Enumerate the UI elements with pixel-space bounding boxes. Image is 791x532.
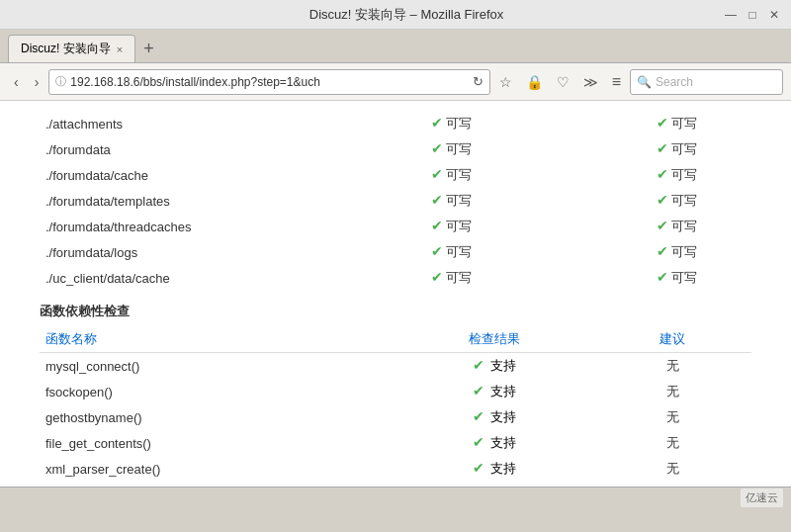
status-cell-1: ✔可写 [377,214,527,239]
url-text: 192.168.18.6/bbs/install/index.php?step=… [70,75,468,89]
search-bar[interactable]: 🔍 Search [630,69,783,95]
path-cell: ./forumdata/logs [40,239,377,265]
table-row: file_get_contents() ✔ 支持 无 [40,430,751,456]
titlebar: Discuz! 安装向导 – Mozilla Firefox — □ ✕ [0,0,791,30]
heart-button[interactable]: ♡ [552,71,574,93]
lock-icon: ⓘ [55,74,66,89]
new-tab-button[interactable]: + [137,35,160,62]
status-cell-1: ✔可写 [377,265,527,291]
watermark-text: 亿速云 [741,488,783,507]
func-result: ✔ 支持 [396,456,593,482]
search-placeholder: Search [656,75,693,89]
table-row: xml_parser_create() ✔ 支持 无 [40,456,751,482]
func-suggestion: 无 [593,353,751,380]
table-row: mysql_connect() ✔ 支持 无 [40,353,751,380]
func-result: ✔ 支持 [396,353,593,380]
table-row: ./forumdata/cache ✔可写 ✔可写 [40,162,751,188]
window-title: Discuz! 安装向导 – Mozilla Firefox [89,6,724,24]
menu-button[interactable]: ≡ [607,70,626,94]
func-result: ✔ 支持 [396,379,593,404]
status-cell-2: ✔可写 [601,162,751,188]
func-suggestion: 无 [593,456,751,482]
func-suggestion: 无 [593,430,751,456]
col-name: 函数名称 [40,326,396,353]
table-row: ./forumdata/templates ✔可写 ✔可写 [40,188,751,214]
navbar: ‹ › ⓘ 192.168.18.6/bbs/install/index.php… [0,63,791,101]
table-row: gethostbyname() ✔ 支持 无 [40,404,751,430]
empty-cell [527,162,602,188]
func-name: gethostbyname() [40,404,396,430]
table-row: ./forumdata/logs ✔可写 ✔可写 [40,239,751,265]
func-suggestion: 无 [593,379,751,404]
functions-table: 函数名称 检查结果 建议 mysql_connect() ✔ 支持 无 fsoc… [40,326,751,482]
status-cell-2: ✔可写 [601,136,751,162]
col-result: 检查结果 [396,326,593,353]
bookmark-star-button[interactable]: ☆ [494,71,517,93]
empty-cell [527,111,602,136]
table-row: ./uc_client/data/cache ✔可写 ✔可写 [40,265,751,291]
path-cell: ./forumdata/threadcaches [40,214,377,239]
status-cell-2: ✔可写 [601,239,751,265]
empty-cell [527,265,602,291]
active-tab[interactable]: Discuz! 安装向导 × [8,35,135,62]
shield-button[interactable]: 🔒 [521,71,548,93]
status-cell-1: ✔可写 [377,111,527,136]
tabbar: Discuz! 安装向导 × + [0,30,791,63]
back-button[interactable]: ‹ [8,70,25,94]
func-result: ✔ 支持 [396,430,593,456]
table-header-row: 函数名称 检查结果 建议 [40,326,751,353]
permissions-table: ./attachments ✔可写 ✔可写 ./forumdata ✔可写 ✔可… [40,111,751,291]
address-bar[interactable]: ⓘ 192.168.18.6/bbs/install/index.php?ste… [48,69,489,95]
minimize-button[interactable]: — [724,8,738,22]
tab-close-button[interactable]: × [117,44,123,55]
table-row: fsockopen() ✔ 支持 无 [40,379,751,404]
col-suggestion: 建议 [593,326,751,353]
func-suggestion: 无 [593,404,751,430]
maximize-button[interactable]: □ [746,8,759,22]
button-area: 上一步 下一步 [40,482,751,487]
status-cell-2: ✔可写 [601,265,751,291]
forward-button[interactable]: › [29,70,45,94]
table-row: ./forumdata ✔可写 ✔可写 [40,136,751,162]
table-row: ./forumdata/threadcaches ✔可写 ✔可写 [40,214,751,239]
status-cell-1: ✔可写 [377,136,527,162]
func-name: file_get_contents() [40,430,396,456]
empty-cell [527,239,602,265]
path-cell: ./uc_client/data/cache [40,265,377,291]
close-button[interactable]: ✕ [767,8,781,22]
search-icon: 🔍 [637,75,652,89]
path-cell: ./forumdata/templates [40,188,377,214]
path-cell: ./forumdata/cache [40,162,377,188]
func-name: mysql_connect() [40,353,396,380]
section-title: 函数依赖性检查 [40,291,751,326]
empty-cell [527,214,602,239]
status-cell-2: ✔可写 [601,111,751,136]
content-area: ./attachments ✔可写 ✔可写 ./forumdata ✔可写 ✔可… [0,101,791,487]
status-cell-1: ✔可写 [377,188,527,214]
func-name: xml_parser_create() [40,456,396,482]
path-cell: ./forumdata [40,136,377,162]
empty-cell [527,136,602,162]
path-cell: ./attachments [40,111,377,136]
extensions-button[interactable]: ≫ [578,71,603,93]
status-cell-2: ✔可写 [601,214,751,239]
refresh-button[interactable]: ↻ [473,74,483,89]
nav-icons: ☆ 🔒 ♡ ≫ ≡ [494,70,626,94]
table-row: ./attachments ✔可写 ✔可写 [40,111,751,136]
window-controls: — □ ✕ [724,8,781,22]
bottombar: 亿速云 [0,487,791,508]
func-name: fsockopen() [40,379,396,404]
status-cell-1: ✔可写 [377,239,527,265]
status-cell-2: ✔可写 [601,188,751,214]
tab-label: Discuz! 安装向导 [21,41,111,57]
empty-cell [527,188,602,214]
status-cell-1: ✔可写 [377,162,527,188]
func-result: ✔ 支持 [396,404,593,430]
